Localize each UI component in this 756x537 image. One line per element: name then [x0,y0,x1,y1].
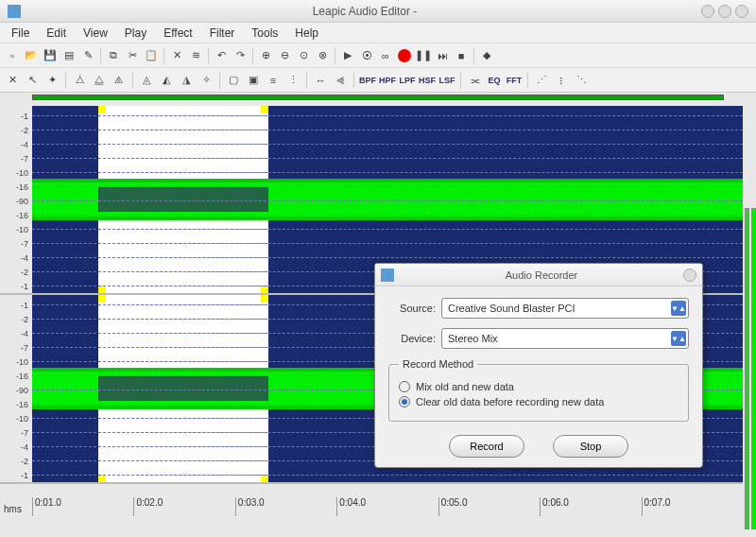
tool3-icon[interactable]: ⋱ [573,72,590,89]
zoom-all-icon[interactable]: ⊗ [314,47,331,64]
bpf-button[interactable]: BPF [359,72,376,89]
sel-handle-icon[interactable] [98,475,106,482]
fft1-icon[interactable]: ⫘ [466,72,483,89]
eq-button[interactable]: EQ [486,72,503,89]
paste-icon[interactable]: 📋 [143,47,160,64]
forward-icon[interactable]: ⏭ [434,47,451,64]
properties-icon[interactable]: ✎ [79,47,96,64]
window-title: Leapic Audio Editor - [28,5,701,18]
menu-edit[interactable]: Edit [46,26,66,40]
menu-file[interactable]: File [11,26,29,40]
source-select[interactable]: Creative Sound Blaster PCI ▼▲ [441,298,689,319]
menu-effect[interactable]: Effect [163,26,192,40]
source-label: Source: [388,303,436,314]
copy-icon[interactable]: ⧉ [105,47,122,64]
device-value: Stereo Mix [448,333,498,344]
effect4-icon[interactable]: ⋮ [284,72,301,89]
radio-clear[interactable]: Clear old data before recording new data [399,396,679,407]
effect3-icon[interactable]: ≡ [265,72,282,89]
hsf-button[interactable]: HSF [419,72,436,89]
level-meter [745,208,756,529]
play-loop-icon[interactable]: ⦿ [358,47,375,64]
device-select[interactable]: Stereo Mix ▼▲ [441,328,689,349]
undo-icon[interactable]: ↶ [213,47,230,64]
audio-recorder-dialog: Audio Recorder Source: Creative Sound Bl… [374,263,703,468]
titlebar: Leapic Audio Editor - [0,0,756,23]
close-icon[interactable] [735,5,748,18]
flanger-icon[interactable]: ◭ [158,72,175,89]
marker-icon[interactable]: ✦ [43,72,60,89]
level-bar-left [745,208,749,529]
sel-handle-icon[interactable] [261,295,268,303]
cut-icon[interactable]: ✂ [124,47,141,64]
help-icon[interactable]: ◆ [478,47,495,64]
volume-icon[interactable]: ⫷ [332,72,349,89]
redo-icon[interactable]: ↷ [232,47,249,64]
dialog-titlebar[interactable]: Audio Recorder [375,264,702,286]
record-icon[interactable] [396,47,413,64]
menu-tools[interactable]: Tools [251,26,278,40]
zoom-sel-icon[interactable]: ⊙ [295,47,312,64]
save-as-icon[interactable]: ▤ [60,47,77,64]
hms-label: hms [4,504,22,514]
effect2-icon[interactable]: ▢ [225,72,242,89]
phase-icon[interactable]: ◬ [138,72,155,89]
loop-icon[interactable]: ∞ [377,47,394,64]
maximize-icon[interactable] [718,5,731,18]
sel-all-icon[interactable]: ✕ [4,72,21,89]
menu-play[interactable]: Play [125,26,146,40]
radio-mix[interactable]: Mix old and new data [399,381,679,392]
overview-bar[interactable] [32,95,724,100]
record-button[interactable]: Record [449,435,524,458]
lsf-button[interactable]: LSF [438,72,455,89]
zoom-in-icon[interactable]: ⊕ [257,47,274,64]
reverse-icon[interactable]: ↔ [312,72,329,89]
delete-icon[interactable]: ✕ [168,47,185,64]
dialog-close-icon[interactable] [683,268,696,282]
fft-button[interactable]: FFT [506,72,523,89]
sel-handle-icon[interactable] [98,106,106,113]
app-icon [8,5,21,18]
dialog-icon [381,268,394,282]
source-value: Creative Sound Blaster PCI [448,303,576,314]
zoom-out-icon[interactable]: ⊖ [276,47,293,64]
record-method-legend: Record Method [399,358,477,370]
menu-help[interactable]: Help [295,26,318,40]
hpf-button[interactable]: HPF [379,72,396,89]
open-icon[interactable]: 📂 [23,47,40,64]
play-icon[interactable]: ▶ [339,47,356,64]
record-method-group: Record Method Mix old and new data Clear… [388,358,689,422]
echo-icon[interactable]: ⧌ [111,72,128,89]
tool1-icon[interactable]: ⋰ [533,72,550,89]
amp-sel-icon[interactable]: ⧋ [91,72,108,89]
menu-view[interactable]: View [83,26,108,40]
stop-icon[interactable]: ■ [453,47,470,64]
sel-left-icon[interactable]: ↖ [24,72,41,89]
amp-wave-icon[interactable]: ⧊ [71,72,88,89]
mix-icon[interactable]: ≋ [187,47,204,64]
level-bar-right [751,208,756,529]
new-icon[interactable]: ▫ [4,47,21,64]
sel-handle-icon[interactable] [261,475,268,482]
stop-button[interactable]: Stop [553,435,628,458]
ruler-y-right: -1-2-4-7-10-16-90-16-10-7-4-2-1 [0,295,32,482]
tool2-icon[interactable]: ⫶ [553,72,570,89]
save-icon[interactable]: 💾 [42,47,59,64]
lpf-button[interactable]: LPF [399,72,416,89]
sel-handle-icon[interactable] [261,286,268,293]
time-axis: 0:01.00:02.00:03.00:04.00:05.00:06.00:07… [32,497,743,516]
chorus-icon[interactable]: ◮ [178,72,195,89]
sel-handle-icon[interactable] [98,295,106,303]
effect1-icon[interactable]: ✧ [198,72,215,89]
effect-sel-icon[interactable]: ▣ [245,72,262,89]
sel-handle-icon[interactable] [261,106,268,113]
pause-icon[interactable]: ❚❚ [415,47,432,64]
ruler-y-left: -1-2-4-7-10-16-90-16-10-7-4-2-1 [0,106,32,293]
radio-mix-label: Mix old and new data [416,381,514,392]
chevron-down-icon: ▼▲ [671,331,686,346]
device-label: Device: [388,333,436,344]
menu-filter[interactable]: Filter [210,26,235,40]
sel-handle-icon[interactable] [98,286,106,293]
minimize-icon[interactable] [701,5,714,18]
toolbar-main: ▫ 📂 💾 ▤ ✎ ⧉ ✂ 📋 ✕ ≋ ↶ ↷ ⊕ ⊖ ⊙ ⊗ ▶ ⦿ ∞ ❚❚… [0,43,756,68]
